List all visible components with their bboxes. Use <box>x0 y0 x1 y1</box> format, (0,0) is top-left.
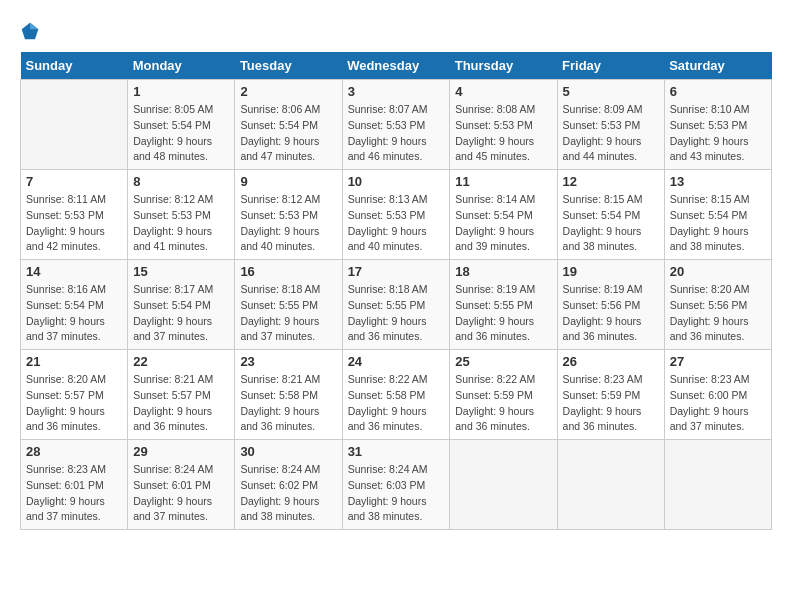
daylight: Daylight: 9 hours and 43 minutes. <box>670 135 749 163</box>
sunrise: Sunrise: 8:16 AM <box>26 283 106 295</box>
sunrise: Sunrise: 8:15 AM <box>563 193 643 205</box>
day-number: 29 <box>133 444 229 459</box>
calendar-cell <box>21 80 128 170</box>
sunset: Sunset: 5:56 PM <box>670 299 748 311</box>
calendar-cell <box>557 440 664 530</box>
calendar-cell: 12 Sunrise: 8:15 AM Sunset: 5:54 PM Dayl… <box>557 170 664 260</box>
daylight: Daylight: 9 hours and 44 minutes. <box>563 135 642 163</box>
calendar-cell: 31 Sunrise: 8:24 AM Sunset: 6:03 PM Dayl… <box>342 440 450 530</box>
calendar-cell: 1 Sunrise: 8:05 AM Sunset: 5:54 PM Dayli… <box>128 80 235 170</box>
day-info: Sunrise: 8:19 AM Sunset: 5:56 PM Dayligh… <box>563 282 659 345</box>
sunrise: Sunrise: 8:12 AM <box>240 193 320 205</box>
day-number: 2 <box>240 84 336 99</box>
daylight: Daylight: 9 hours and 36 minutes. <box>455 405 534 433</box>
svg-marker-1 <box>30 23 38 30</box>
daylight: Daylight: 9 hours and 36 minutes. <box>348 405 427 433</box>
calendar-cell: 27 Sunrise: 8:23 AM Sunset: 6:00 PM Dayl… <box>664 350 771 440</box>
day-number: 3 <box>348 84 445 99</box>
sunrise: Sunrise: 8:23 AM <box>563 373 643 385</box>
sunrise: Sunrise: 8:06 AM <box>240 103 320 115</box>
day-number: 11 <box>455 174 551 189</box>
sunrise: Sunrise: 8:21 AM <box>133 373 213 385</box>
sunrise: Sunrise: 8:19 AM <box>455 283 535 295</box>
day-number: 22 <box>133 354 229 369</box>
daylight: Daylight: 9 hours and 38 minutes. <box>670 225 749 253</box>
sunset: Sunset: 5:54 PM <box>26 299 104 311</box>
daylight: Daylight: 9 hours and 36 minutes. <box>563 405 642 433</box>
day-number: 12 <box>563 174 659 189</box>
calendar-week-row: 21 Sunrise: 8:20 AM Sunset: 5:57 PM Dayl… <box>21 350 772 440</box>
day-number: 31 <box>348 444 445 459</box>
calendar-cell: 10 Sunrise: 8:13 AM Sunset: 5:53 PM Dayl… <box>342 170 450 260</box>
day-info: Sunrise: 8:23 AM Sunset: 6:00 PM Dayligh… <box>670 372 766 435</box>
day-info: Sunrise: 8:06 AM Sunset: 5:54 PM Dayligh… <box>240 102 336 165</box>
sunrise: Sunrise: 8:18 AM <box>348 283 428 295</box>
daylight: Daylight: 9 hours and 48 minutes. <box>133 135 212 163</box>
sunset: Sunset: 5:58 PM <box>348 389 426 401</box>
day-number: 24 <box>348 354 445 369</box>
day-info: Sunrise: 8:13 AM Sunset: 5:53 PM Dayligh… <box>348 192 445 255</box>
day-info: Sunrise: 8:22 AM Sunset: 5:59 PM Dayligh… <box>455 372 551 435</box>
calendar-cell: 23 Sunrise: 8:21 AM Sunset: 5:58 PM Dayl… <box>235 350 342 440</box>
day-info: Sunrise: 8:16 AM Sunset: 5:54 PM Dayligh… <box>26 282 122 345</box>
daylight: Daylight: 9 hours and 40 minutes. <box>240 225 319 253</box>
sunrise: Sunrise: 8:09 AM <box>563 103 643 115</box>
sunrise: Sunrise: 8:23 AM <box>26 463 106 475</box>
calendar-cell: 4 Sunrise: 8:08 AM Sunset: 5:53 PM Dayli… <box>450 80 557 170</box>
sunrise: Sunrise: 8:18 AM <box>240 283 320 295</box>
sunset: Sunset: 6:00 PM <box>670 389 748 401</box>
sunset: Sunset: 5:53 PM <box>133 209 211 221</box>
daylight: Daylight: 9 hours and 38 minutes. <box>563 225 642 253</box>
day-info: Sunrise: 8:24 AM Sunset: 6:01 PM Dayligh… <box>133 462 229 525</box>
day-info: Sunrise: 8:21 AM Sunset: 5:58 PM Dayligh… <box>240 372 336 435</box>
day-number: 27 <box>670 354 766 369</box>
day-info: Sunrise: 8:12 AM Sunset: 5:53 PM Dayligh… <box>133 192 229 255</box>
day-info: Sunrise: 8:19 AM Sunset: 5:55 PM Dayligh… <box>455 282 551 345</box>
calendar-cell: 20 Sunrise: 8:20 AM Sunset: 5:56 PM Dayl… <box>664 260 771 350</box>
calendar-cell: 19 Sunrise: 8:19 AM Sunset: 5:56 PM Dayl… <box>557 260 664 350</box>
sunrise: Sunrise: 8:23 AM <box>670 373 750 385</box>
day-info: Sunrise: 8:11 AM Sunset: 5:53 PM Dayligh… <box>26 192 122 255</box>
daylight: Daylight: 9 hours and 46 minutes. <box>348 135 427 163</box>
day-info: Sunrise: 8:24 AM Sunset: 6:03 PM Dayligh… <box>348 462 445 525</box>
daylight: Daylight: 9 hours and 37 minutes. <box>240 315 319 343</box>
day-number: 23 <box>240 354 336 369</box>
sunrise: Sunrise: 8:20 AM <box>670 283 750 295</box>
sunset: Sunset: 5:53 PM <box>563 119 641 131</box>
daylight: Daylight: 9 hours and 37 minutes. <box>26 495 105 523</box>
calendar-cell: 15 Sunrise: 8:17 AM Sunset: 5:54 PM Dayl… <box>128 260 235 350</box>
sunrise: Sunrise: 8:17 AM <box>133 283 213 295</box>
daylight: Daylight: 9 hours and 37 minutes. <box>670 405 749 433</box>
calendar-week-row: 7 Sunrise: 8:11 AM Sunset: 5:53 PM Dayli… <box>21 170 772 260</box>
sunset: Sunset: 5:54 PM <box>563 209 641 221</box>
day-info: Sunrise: 8:07 AM Sunset: 5:53 PM Dayligh… <box>348 102 445 165</box>
day-info: Sunrise: 8:18 AM Sunset: 5:55 PM Dayligh… <box>240 282 336 345</box>
sunrise: Sunrise: 8:20 AM <box>26 373 106 385</box>
sunrise: Sunrise: 8:05 AM <box>133 103 213 115</box>
day-number: 28 <box>26 444 122 459</box>
sunset: Sunset: 6:01 PM <box>26 479 104 491</box>
day-number: 21 <box>26 354 122 369</box>
header-friday: Friday <box>557 52 664 80</box>
calendar-cell: 21 Sunrise: 8:20 AM Sunset: 5:57 PM Dayl… <box>21 350 128 440</box>
day-info: Sunrise: 8:23 AM Sunset: 5:59 PM Dayligh… <box>563 372 659 435</box>
day-info: Sunrise: 8:20 AM Sunset: 5:56 PM Dayligh… <box>670 282 766 345</box>
daylight: Daylight: 9 hours and 36 minutes. <box>563 315 642 343</box>
day-number: 13 <box>670 174 766 189</box>
day-number: 7 <box>26 174 122 189</box>
sunset: Sunset: 5:58 PM <box>240 389 318 401</box>
day-info: Sunrise: 8:14 AM Sunset: 5:54 PM Dayligh… <box>455 192 551 255</box>
day-info: Sunrise: 8:15 AM Sunset: 5:54 PM Dayligh… <box>563 192 659 255</box>
calendar-cell: 9 Sunrise: 8:12 AM Sunset: 5:53 PM Dayli… <box>235 170 342 260</box>
day-number: 25 <box>455 354 551 369</box>
sunrise: Sunrise: 8:08 AM <box>455 103 535 115</box>
sunrise: Sunrise: 8:14 AM <box>455 193 535 205</box>
day-info: Sunrise: 8:05 AM Sunset: 5:54 PM Dayligh… <box>133 102 229 165</box>
calendar-cell: 30 Sunrise: 8:24 AM Sunset: 6:02 PM Dayl… <box>235 440 342 530</box>
sunrise: Sunrise: 8:24 AM <box>348 463 428 475</box>
daylight: Daylight: 9 hours and 37 minutes. <box>133 315 212 343</box>
header-wednesday: Wednesday <box>342 52 450 80</box>
calendar-cell: 16 Sunrise: 8:18 AM Sunset: 5:55 PM Dayl… <box>235 260 342 350</box>
header-saturday: Saturday <box>664 52 771 80</box>
day-info: Sunrise: 8:22 AM Sunset: 5:58 PM Dayligh… <box>348 372 445 435</box>
